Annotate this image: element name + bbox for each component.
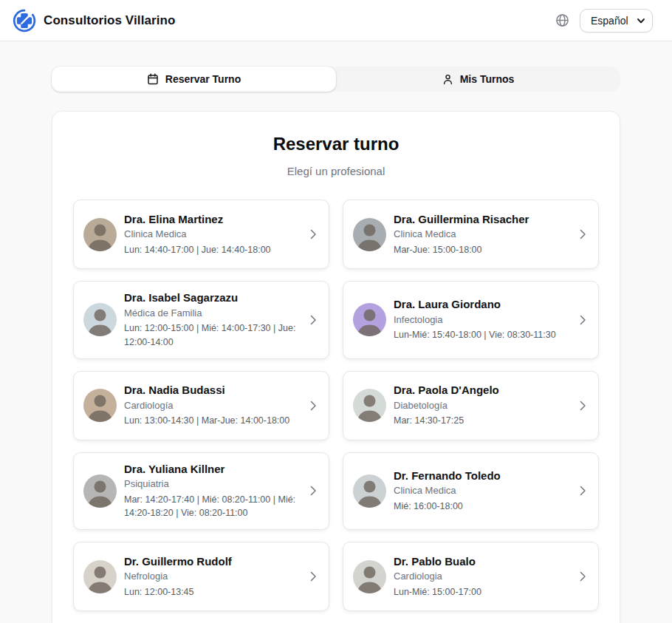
avatar [83,389,117,422]
professional-specialty: Médica de Familia [124,307,298,320]
professional-schedule: Lun-Mié: 15:00-17:00 [394,585,481,599]
professional-info: Dra. Laura Giordano Infectologia Lun-Mié… [394,297,556,342]
professional-schedule: Mar: 14:30-17:25 [394,414,499,428]
professional-name: Dra. Guillermina Risacher [394,212,529,227]
tab-mis-turnos[interactable]: Mis Turnos [336,67,620,92]
professional-specialty: Psiquiatria [124,477,298,491]
chevron-right-icon [307,400,319,412]
professional-schedule: Lun: 14:40-17:00 | Jue: 14:40-18:00 [124,243,271,257]
chevron-right-icon [307,485,319,497]
professional-schedule: Mar: 14:20-17:40 | Mié: 08:20-11:00 | Mi… [124,493,298,521]
tab-reservar-turno[interactable]: Reservar Turno [52,67,336,92]
brand: Consultorios Villarino [12,8,176,33]
globe-icon [555,13,569,27]
avatar [353,218,386,251]
brand-name: Consultorios Villarino [44,13,176,28]
avatar [353,303,386,336]
professional-card[interactable]: Dra. Nadia Budassi Cardiología Lun: 13:0… [73,371,329,440]
avatar [83,474,117,508]
professional-schedule: Lun: 12:00-15:00 | Mié: 14:00-17:30 | Ju… [124,321,298,350]
professional-card[interactable]: Dra. Isabel Sagarzazu Médica de Familia … [73,281,329,359]
professional-schedule: Lun-Mié: 15:40-18:00 | Vie: 08:30-11:30 [394,328,556,342]
avatar [83,218,117,251]
avatar [353,389,386,422]
professional-info: Dr. Fernando Toledo Clinica Medica Mié: … [394,469,501,514]
professional-name: Dra. Elina Martinez [124,212,271,227]
professional-schedule: Mié: 16:00-18:00 [394,500,501,514]
avatar [83,303,117,336]
booking-panel: Reservar turno Elegí un profesional Dra.… [52,111,620,623]
professional-card[interactable]: Dra. Paola D'Angelo Diabetología Mar: 14… [343,371,599,440]
page-subtitle: Elegí un profesional [73,165,599,177]
professional-card[interactable]: Dr. Guillermo Rudolf Nefrologia Lun: 12:… [73,542,329,611]
page-title: Reservar turno [73,134,599,154]
professional-schedule: Lun: 13:00-14:30 | Mar-Jue: 14:00-18:00 [124,414,289,428]
professional-card[interactable]: Dr. Fernando Toledo Clinica Medica Mié: … [343,452,599,531]
language-select[interactable]: Español [580,9,653,33]
professional-info: Dr. Pablo Bualo Cardiologia Lun-Mié: 15:… [394,554,481,599]
tab-bar: Reservar Turno Mis Turnos [52,67,620,92]
professional-info: Dra. Paola D'Angelo Diabetología Mar: 14… [394,383,499,428]
professional-specialty: Clinica Medica [394,228,529,241]
professional-info: Dra. Elina Martinez Clinica Medica Lun: … [124,212,271,257]
professional-name: Dra. Nadia Budassi [124,383,289,398]
chevron-right-icon [577,485,589,497]
professional-info: Dr. Guillermo Rudolf Nefrologia Lun: 12:… [124,554,232,599]
chevron-right-icon [577,228,589,240]
professional-info: Dra. Isabel Sagarzazu Médica de Familia … [124,290,298,350]
professional-specialty: Cardiologia [394,570,481,583]
professional-specialty: Infectologia [394,313,556,327]
professional-name: Dra. Isabel Sagarzazu [124,290,298,305]
chevron-right-icon [307,314,319,326]
professional-schedule: Lun: 12:00-13:45 [124,585,232,599]
professional-card[interactable]: Dra. Yuliana Killner Psiquiatria Mar: 14… [73,452,329,531]
professional-name: Dra. Yuliana Killner [124,462,298,477]
professional-card[interactable]: Dra. Laura Giordano Infectologia Lun-Mié… [343,281,599,359]
person-icon [442,74,453,85]
app-header: Consultorios Villarino Español [0,0,672,41]
professional-card[interactable]: Dra. Guillermina Risacher Clinica Medica… [343,200,599,269]
professional-specialty: Nefrologia [124,570,232,583]
tab-label: Mis Turnos [460,73,515,85]
avatar [83,560,117,593]
professional-name: Dr. Pablo Bualo [394,554,481,569]
professional-specialty: Cardiología [124,399,289,412]
professional-card[interactable]: Dr. Pablo Bualo Cardiologia Lun-Mié: 15:… [343,542,599,611]
professional-specialty: Diabetología [394,399,499,412]
chevron-right-icon [307,228,319,240]
professional-schedule: Mar-Jue: 15:00-18:00 [394,243,529,257]
medical-cross-circle-icon [12,8,37,33]
language-selector: Español [580,9,653,33]
avatar [353,560,386,593]
professional-specialty: Clinica Medica [124,228,271,241]
professional-name: Dr. Guillermo Rudolf [124,554,232,569]
chevron-right-icon [577,314,589,326]
calendar-icon [147,73,159,85]
professional-specialty: Clinica Medica [394,484,501,497]
professional-name: Dra. Paola D'Angelo [394,383,499,398]
tab-label: Reservar Turno [165,73,241,85]
professional-name: Dra. Laura Giordano [394,297,556,312]
professional-info: Dra. Guillermina Risacher Clinica Medica… [394,212,529,257]
chevron-right-icon [577,400,589,412]
professionals-grid: Dra. Elina Martinez Clinica Medica Lun: … [73,200,599,611]
avatar [353,474,386,508]
professional-info: Dra. Nadia Budassi Cardiología Lun: 13:0… [124,383,289,428]
professional-info: Dra. Yuliana Killner Psiquiatria Mar: 14… [124,462,298,521]
chevron-right-icon [307,571,319,582]
chevron-right-icon [577,571,589,582]
professional-card[interactable]: Dra. Elina Martinez Clinica Medica Lun: … [73,200,329,269]
professional-name: Dr. Fernando Toledo [394,469,501,483]
